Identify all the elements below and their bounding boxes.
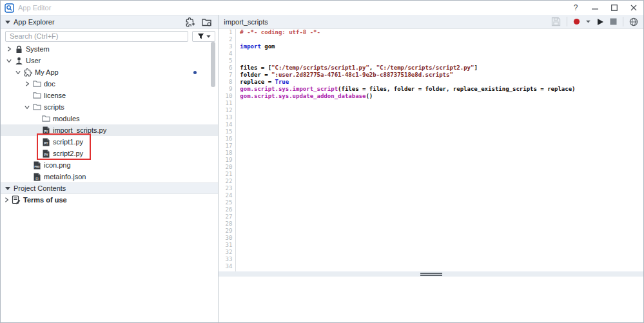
code-line[interactable]	[240, 57, 643, 64]
line-number: 30	[219, 235, 232, 242]
record-options-chevron-icon[interactable]	[586, 20, 590, 23]
code-line[interactable]	[240, 128, 643, 135]
app-explorer-header[interactable]: App Explorer	[1, 15, 218, 29]
chevron-down-icon	[206, 35, 211, 38]
code-line[interactable]	[240, 206, 643, 213]
project-contents-title: Project Contents	[14, 184, 66, 192]
code-line[interactable]: gom.script.sys.import_script(files = fil…	[240, 86, 643, 93]
help-button[interactable]: ?	[566, 1, 585, 15]
code-line[interactable]	[240, 150, 643, 157]
code-line[interactable]	[240, 228, 643, 235]
tree-item-label: System	[26, 45, 50, 53]
line-number-gutter: 1234567891011121314151617181920212223242…	[219, 29, 236, 271]
tree-item-icon-png[interactable]: PNGicon.png	[1, 159, 218, 171]
code-line[interactable]	[240, 157, 643, 164]
code-line[interactable]	[240, 121, 643, 128]
tree-item-user[interactable]: User	[1, 55, 218, 66]
record-icon[interactable]	[573, 18, 580, 25]
code-line[interactable]: replace = True	[240, 79, 643, 86]
code-content[interactable]: # -*- coding: utf-8 -*-import gomfiles =…	[236, 29, 643, 271]
new-app-icon[interactable]	[186, 17, 195, 27]
caret-closed-icon	[6, 46, 12, 52]
minimize-button[interactable]	[585, 1, 605, 15]
tree-item-system[interactable]: System	[1, 43, 218, 55]
collapse-triangle-icon[interactable]	[5, 184, 10, 192]
code-line[interactable]	[240, 213, 643, 220]
app-editor-logo-icon	[5, 3, 14, 13]
caret-closed-icon[interactable]	[2, 197, 11, 203]
folder-icon	[32, 92, 42, 99]
code-line[interactable]	[240, 263, 643, 270]
code-line[interactable]: # -*- coding: utf-8 -*-	[240, 29, 643, 36]
caret-open-icon	[15, 70, 21, 75]
project-contents-header[interactable]: Project Contents	[1, 182, 218, 194]
tree-item-terms-of-use[interactable]: Terms of use	[1, 194, 218, 206]
code-line[interactable]	[240, 192, 643, 199]
code-line[interactable]	[240, 235, 643, 242]
line-number: 29	[219, 228, 232, 235]
filter-button[interactable]	[192, 31, 215, 42]
tree-scrollbar-thumb[interactable]	[211, 42, 215, 87]
code-line[interactable]: import gom	[240, 43, 643, 50]
code-line[interactable]: files = ["C:/temp/scripts/script1.py", "…	[240, 64, 643, 72]
code-line[interactable]	[240, 199, 643, 206]
close-button[interactable]	[624, 1, 643, 15]
line-number: 3	[219, 43, 232, 50]
code-line[interactable]	[240, 142, 643, 150]
tree-item-doc[interactable]: doc	[1, 78, 218, 90]
tab-import-scripts[interactable]: import_scripts	[224, 18, 268, 26]
svg-text:PNG: PNG	[34, 166, 39, 168]
code-line[interactable]	[240, 100, 643, 107]
tree-item-scripts[interactable]: scripts	[1, 101, 218, 113]
tree-item-modules[interactable]: modules	[1, 113, 218, 124]
code-line[interactable]	[240, 107, 643, 114]
code-line[interactable]	[240, 164, 643, 171]
imgfile-icon: PNG	[32, 161, 42, 170]
globe-icon[interactable]	[629, 17, 638, 26]
code-editor[interactable]: 1234567891011121314151617181920212223242…	[219, 29, 643, 271]
caret-open-icon	[24, 104, 30, 110]
tree-item-import-scripts-py[interactable]: PYimport_scripts.py	[1, 124, 218, 136]
code-line[interactable]	[240, 185, 643, 192]
horizontal-splitter[interactable]	[219, 271, 643, 277]
tree-item-script2-py[interactable]: PYscript2.py	[1, 148, 218, 159]
code-line[interactable]	[240, 242, 643, 249]
splitter-grip-icon[interactable]	[420, 273, 442, 276]
code-line[interactable]	[240, 36, 643, 43]
save-icon[interactable]	[551, 17, 561, 26]
tree-item-label: import_scripts.py	[53, 126, 106, 134]
tree-item-metainfo-json[interactable]: { }metainfo.json	[1, 171, 218, 182]
code-line[interactable]: gom.script.sys.update_addon_database()	[240, 93, 643, 100]
code-line[interactable]	[240, 114, 643, 121]
code-line[interactable]: folder = ":user.2d82775a-4761-48c1-9e2b-…	[240, 72, 643, 79]
code-line[interactable]	[240, 256, 643, 263]
line-number: 25	[219, 199, 232, 206]
editor-toolbar	[551, 17, 643, 26]
search-input[interactable]	[5, 31, 188, 42]
tree-item-script1-py[interactable]: PYscript1.py	[1, 136, 218, 148]
tree-item-license[interactable]: license	[1, 90, 218, 101]
line-number: 33	[219, 256, 232, 263]
code-line[interactable]	[240, 220, 643, 228]
maximize-button[interactable]	[605, 1, 624, 15]
tree-item-label: scripts	[44, 103, 64, 111]
stop-icon[interactable]	[610, 18, 617, 25]
line-number: 2	[219, 36, 232, 43]
run-icon[interactable]	[596, 18, 604, 26]
toolbar-separator	[567, 17, 567, 26]
tree-item-my-app[interactable]: My App	[1, 66, 218, 78]
line-number: 22	[219, 178, 232, 185]
code-line[interactable]	[240, 249, 643, 256]
code-line[interactable]	[240, 135, 643, 142]
code-line[interactable]	[240, 171, 643, 178]
search-row	[1, 29, 218, 43]
line-number: 21	[219, 171, 232, 178]
caret-open-icon	[6, 58, 12, 63]
folder-options-icon[interactable]	[202, 17, 211, 27]
code-line[interactable]	[240, 50, 643, 57]
code-line[interactable]	[240, 178, 643, 185]
editor-tab-bar: import_scripts	[219, 15, 643, 29]
puzzle-icon	[23, 68, 33, 77]
collapse-triangle-icon[interactable]	[5, 18, 10, 26]
line-number: 12	[219, 107, 232, 114]
